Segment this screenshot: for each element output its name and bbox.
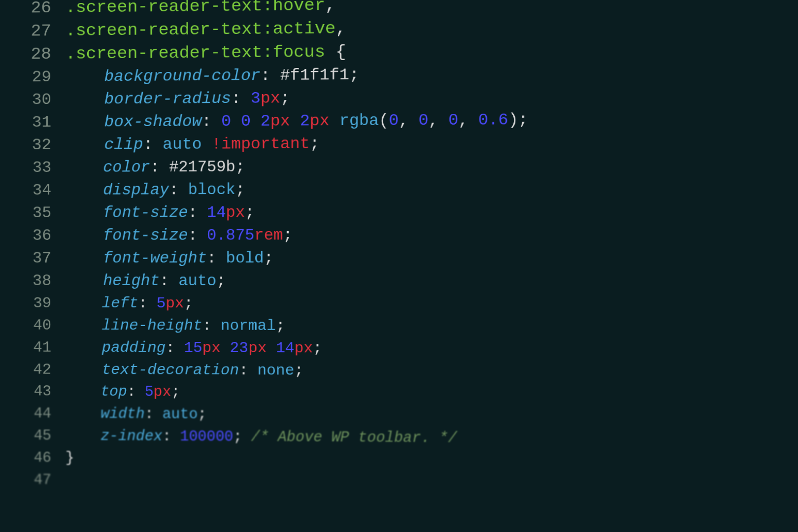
token-prop: text-decoration [102,361,239,379]
code-line[interactable]: 33 color: #21759b; [0,153,798,179]
token-prop: height [103,272,160,290]
token-val: normal [221,317,276,334]
token-num: 5 [145,384,154,400]
token-punct: ; [310,134,320,153]
code-line[interactable]: 31 box-shadow: 0 0 2px 2px rgba(0, 0, 0,… [0,107,798,134]
code-line[interactable]: 36 font-size: 0.875rem; [0,223,798,247]
code-line[interactable]: 40 line-height: normal; [0,314,798,338]
token-punct: ; [276,317,285,334]
token-prop: width [100,406,144,423]
token-unit: px [295,339,313,357]
token-punct [290,112,300,131]
token-punct: , [429,111,448,130]
token-prop: padding [102,339,166,356]
code-line[interactable]: 41 padding: 15px 23px 14px; [0,336,798,361]
token-prop: font-weight [103,249,207,267]
code-content[interactable]: top: 5px; [66,381,798,407]
line-number: 29 [0,66,66,89]
code-line[interactable]: 32 clip: auto !important; [0,130,798,157]
token-comm: /* Above WP toolbar. */ [251,429,457,447]
token-punct: ; [235,158,245,176]
indent [66,204,103,222]
line-number: 28 [0,42,66,66]
token-num: 0 [389,111,399,130]
token-punct: ; [349,66,359,84]
code-content[interactable]: box-shadow: 0 0 2px 2px rgba(0, 0, 0, 0.… [66,107,798,134]
token-punct: : [160,272,178,290]
token-num: 23 [230,339,248,357]
token-num: 0 [448,111,458,130]
token-num: 14 [207,204,226,222]
indent [66,383,100,400]
indent [66,405,100,422]
code-content[interactable]: text-decoration: none; [66,359,798,384]
indent [66,135,104,154]
code-line[interactable]: 34 display: block; [0,176,798,201]
token-punct: } [66,450,74,466]
token-val: auto [163,406,198,423]
token-punct [231,112,241,131]
token-sel: .screen-reader-text:hover [66,0,325,17]
line-number: 39 [0,292,66,314]
code-content[interactable]: clip: auto !important; [66,130,798,156]
token-punct: : [145,406,163,423]
indent [66,90,104,109]
token-num: 0 [241,112,251,131]
token-punct: ; [313,340,322,357]
token-val: none [258,362,295,379]
code-content[interactable]: height: auto; [66,269,798,293]
token-num: 2 [300,112,310,131]
token-sel: .screen-reader-text:focus [66,42,335,64]
code-content[interactable] [66,484,798,490]
indent [66,428,100,444]
token-punct: : [201,112,221,131]
token-hex: #f1f1f1 [280,66,349,85]
token-fn: rgba [339,111,379,131]
token-num: 0.875 [207,227,254,244]
indent [66,113,104,132]
token-prop: font-size [103,227,188,244]
token-punct: ( [379,111,389,130]
code-editor[interactable]: 26.screen-reader-text:hover,27.screen-re… [0,0,798,532]
token-punct [266,339,276,357]
indent [66,295,102,312]
code-content[interactable]: line-height: normal; [66,314,798,338]
code-content[interactable]: font-size: 14px; [66,200,798,225]
indent [66,227,103,244]
code-content[interactable]: color: #21759b; [66,153,798,179]
token-punct: ; [171,384,180,400]
code-content[interactable]: border-radius: 3px; [66,83,798,111]
token-num: 5 [157,295,166,312]
token-punct: ); [508,110,529,130]
token-unit: px [226,203,245,221]
indent [66,159,103,176]
token-punct [251,112,261,131]
code-line[interactable]: 35 font-size: 14px; [0,200,798,225]
code-content[interactable]: padding: 15px 23px 14px; [66,336,798,361]
code-line[interactable]: 37 font-weight: bold; [0,246,798,269]
code-line[interactable]: 39 left: 5px; [0,292,798,316]
indent [66,249,103,267]
token-imp: !important [211,134,309,154]
indent [66,181,103,199]
code-line[interactable]: 38 height: auto; [0,269,798,293]
code-content[interactable]: display: block; [66,176,798,201]
code-content[interactable]: font-size: 0.875rem; [66,223,798,247]
token-prop: box-shadow [104,112,202,132]
code-content[interactable]: left: 5px; [66,292,798,316]
token-punct: ; [280,89,290,107]
line-number: 45 [0,425,66,447]
token-num: 15 [184,339,202,357]
token-punct: ; [245,203,254,221]
indent [66,67,104,86]
token-punct: : [188,204,207,222]
code-content[interactable]: font-weight: bold; [66,246,798,269]
line-number: 27 [0,19,66,43]
line-number: 46 [0,447,66,469]
token-prop: left [102,295,138,312]
code-line[interactable]: 42 text-decoration: none; [0,359,798,384]
token-punct: ; [216,272,226,290]
token-punct [330,111,339,130]
token-prop: background-color [104,66,261,86]
token-unit: px [270,112,290,131]
